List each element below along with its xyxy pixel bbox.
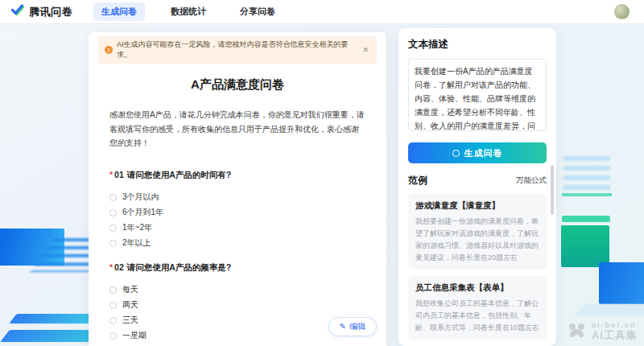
radio-option[interactable]: 一星期	[109, 328, 365, 344]
decoration-blue-cube-right	[599, 262, 644, 304]
question-number: 01	[114, 170, 124, 179]
decoration-green-block-right	[561, 225, 609, 267]
decoration-blue-cube-left	[0, 229, 64, 266]
edit-icon: ✎	[340, 323, 346, 331]
question-2-options: 每天 两天 三天 一星期 其他	[109, 282, 365, 346]
radio-option-other[interactable]: 其他	[109, 344, 365, 346]
radio-icon	[109, 240, 117, 247]
edit-button[interactable]: ✎ 编辑	[328, 317, 377, 336]
radio-option[interactable]: 三天	[109, 313, 365, 328]
watermark-text: ai-bot.cn AI工具集	[592, 322, 638, 341]
radio-icon	[109, 209, 117, 216]
radio-icon	[109, 302, 117, 309]
prompt-textarea[interactable]: 我要创建一份A产品的产品满意度问卷，了解用户对该产品的功能、内容、体验、性能、品…	[408, 59, 547, 131]
tab-data-statistics[interactable]: 数据统计	[163, 2, 214, 21]
examples-header: 范例 万能公式	[408, 174, 547, 187]
generate-ring-icon	[452, 150, 460, 157]
tab-share-survey[interactable]: 分享问卷	[232, 2, 283, 21]
app-logo: 腾讯问卷	[11, 4, 72, 20]
examples-title: 范例	[408, 174, 427, 187]
example-card-body: 我想要创建一份游戏的满意度问卷，希望了解玩家对该游戏的满意度，了解玩家的游戏习惯…	[415, 216, 539, 263]
example-card-game-satisfaction[interactable]: 游戏满意度【满意度】 我想要创建一份游戏的满意度问卷，希望了解玩家对该游戏的满意…	[408, 194, 547, 270]
app-root: 腾讯问卷 生成问卷 数据统计 分享问卷 ! AI生成内容可能存在一定风险，请您核…	[0, 0, 644, 346]
text-description-title: 文本描述	[408, 38, 547, 51]
user-avatar[interactable]	[614, 4, 630, 19]
logo-check-icon	[11, 4, 24, 20]
examples-list: 游戏满意度【满意度】 我想要创建一份游戏的满意度问卷，希望了解玩家对该游戏的满意…	[408, 194, 547, 346]
radio-option[interactable]: 2年以上	[109, 236, 365, 251]
ai-bot-watermark: ai-bot.cn AI工具集	[566, 322, 638, 341]
logo-text: 腾讯问卷	[29, 5, 72, 19]
top-navbar: 腾讯问卷 生成问卷 数据统计 分享问卷	[0, 0, 644, 24]
decoration-teal-line-right	[562, 193, 612, 196]
radio-option[interactable]: 每天	[109, 282, 365, 298]
example-card-employee-form[interactable]: 员工信息采集表【表单】 我想收集公司员工的基本信息，了解公司内员工的基本信息，包…	[408, 276, 547, 340]
question-2-label: *02请问您使用A产品的频率是?	[109, 262, 365, 274]
radio-option[interactable]: 6个月到1年	[109, 205, 365, 220]
question-text: 请问您使用A产品的时间有?	[127, 170, 232, 179]
radio-option[interactable]: 两天	[109, 298, 365, 313]
example-card-body: 我想收集公司员工的基本信息，了解公司内员工的基本信息，包括性别、年龄、联系方式等…	[415, 298, 539, 334]
nav-tabs: 生成问卷 数据统计 分享问卷	[93, 2, 283, 21]
radio-option[interactable]: 3个月以内	[109, 190, 365, 205]
warning-text: AI生成内容可能存在一定风险，请您核对内容是否符合信息安全相关的要求。	[117, 39, 357, 60]
watermark-name: AI工具集	[592, 330, 638, 341]
question-text: 请问您使用A产品的频率是?	[127, 262, 232, 272]
scrollbar-thumb[interactable]	[551, 165, 554, 215]
question-2: *02请问您使用A产品的频率是? 每天 两天 三天 一星期	[109, 262, 365, 346]
radio-icon	[109, 224, 117, 232]
required-mark: *	[109, 170, 113, 179]
radio-icon	[109, 317, 117, 324]
ai-bot-logo-icon	[566, 323, 587, 340]
radio-icon	[109, 286, 117, 294]
radio-icon	[109, 194, 117, 201]
radio-option[interactable]: 1年~2年	[109, 220, 365, 236]
question-1-label: *01请问您使用A产品的时间有?	[109, 170, 365, 181]
generate-survey-button[interactable]: 生成问卷	[408, 142, 547, 163]
decoration-slats-right	[564, 156, 610, 192]
decoration-green-slat-right	[562, 216, 610, 222]
example-card-title: 员工信息采集表【表单】	[415, 282, 539, 294]
generate-button-label: 生成问卷	[464, 147, 503, 159]
generation-sidebar: 文本描述 我要创建一份A产品的产品满意度问卷，了解用户对该产品的功能、内容、体验…	[398, 28, 556, 346]
radio-icon	[109, 332, 117, 340]
ai-warning-banner: ! AI生成内容可能存在一定风险，请您核对内容是否符合信息安全相关的要求。 ✕	[98, 36, 377, 64]
decoration-base-right	[575, 304, 644, 315]
survey-title: A产品满意度问卷	[89, 77, 386, 93]
survey-description: 感谢您使用A产品，请花几分钟完成本问卷，你的意见对我们很重要，请客观填写你的感受…	[109, 108, 365, 150]
example-card-title: 游戏满意度【满意度】	[415, 200, 539, 212]
close-icon[interactable]: ✕	[361, 46, 370, 54]
survey-preview-card: ! AI生成内容可能存在一定风险，请您核对内容是否符合信息安全相关的要求。 ✕ …	[89, 32, 386, 346]
universal-formula-link[interactable]: 万能公式	[516, 175, 547, 186]
question-number: 02	[114, 262, 124, 272]
question-1-options: 3个月以内 6个月到1年 1年~2年 2年以上	[109, 190, 365, 251]
tab-generate-survey[interactable]: 生成问卷	[93, 2, 145, 21]
edit-button-label: 编辑	[349, 321, 365, 332]
warning-icon: !	[105, 46, 113, 54]
question-1: *01请问您使用A产品的时间有? 3个月以内 6个月到1年 1年~2年 2年以	[109, 170, 365, 251]
required-mark: *	[109, 262, 113, 272]
